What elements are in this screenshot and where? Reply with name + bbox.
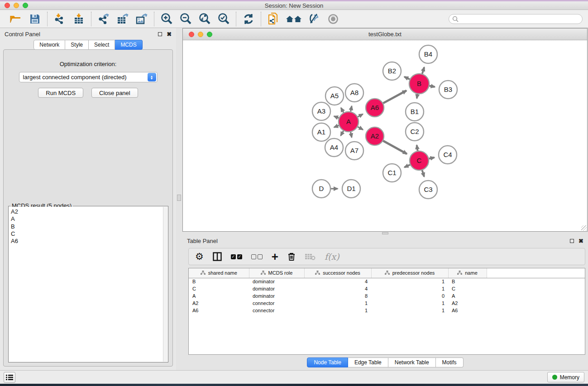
- cell-successor_nodes[interactable]: 1: [304, 300, 371, 307]
- network-canvas[interactable]: B4B2BB3B1A5A8A6A3AA1A2C2A4A7C4CC1C3DD1: [183, 40, 587, 231]
- zoom-out-button[interactable]: [178, 12, 193, 26]
- graph-node-A[interactable]: A: [339, 112, 359, 132]
- table-row-A[interactable]: Adominator80A: [189, 292, 585, 300]
- close-network-window-button[interactable]: [189, 32, 194, 37]
- edge-C-C4[interactable]: [429, 157, 435, 158]
- edge-A-A1[interactable]: [334, 125, 339, 127]
- zoom-fit-button[interactable]: [197, 12, 212, 26]
- column-header-successor-nodes[interactable]: successor nodes: [304, 268, 371, 278]
- zoom-window-button[interactable]: [23, 3, 28, 8]
- graph-node-A4[interactable]: A4: [325, 138, 343, 157]
- close-panel-button[interactable]: Close panel: [91, 88, 138, 98]
- tab-node-table[interactable]: Node Table: [307, 357, 348, 367]
- cell-name[interactable]: C: [448, 285, 487, 292]
- cell-predecessor_nodes[interactable]: 1: [371, 300, 448, 307]
- open-session-button[interactable]: [8, 12, 24, 26]
- optimization-criterion-dropdown[interactable]: largest connected component (directed) ▲…: [19, 72, 158, 82]
- cell-successor_nodes[interactable]: 4: [304, 285, 371, 292]
- save-session-button[interactable]: [27, 12, 43, 26]
- unselect-all-columns-icon[interactable]: [251, 254, 263, 259]
- cell-mcds_role[interactable]: connector: [249, 307, 304, 314]
- mcds-result-item[interactable]: C: [11, 230, 161, 238]
- delete-column-icon[interactable]: [287, 252, 296, 261]
- tab-network[interactable]: Network: [33, 40, 65, 50]
- minimize-network-window-button[interactable]: [198, 32, 203, 37]
- edge-C-C2[interactable]: [417, 145, 418, 151]
- tab-mcds[interactable]: MCDS: [115, 40, 142, 50]
- tab-style[interactable]: Style: [65, 40, 89, 50]
- edge-A-A7[interactable]: [351, 132, 352, 138]
- zoom-in-button[interactable]: [159, 12, 174, 26]
- cell-name[interactable]: A6: [448, 307, 487, 314]
- mcds-result-item[interactable]: A2: [11, 208, 161, 215]
- graph-node-A8[interactable]: A8: [345, 84, 363, 102]
- hide-labels-button[interactable]: [306, 12, 322, 26]
- search-input[interactable]: [449, 14, 583, 24]
- mcds-result-item[interactable]: B: [11, 223, 161, 230]
- clone-network-button[interactable]: [266, 12, 281, 26]
- refresh-layout-button[interactable]: [241, 12, 256, 26]
- mcds-result-item[interactable]: A6: [11, 238, 161, 245]
- column-header-MCDS-role[interactable]: MCDS role: [249, 268, 304, 278]
- edge-B-B4[interactable]: [422, 67, 424, 74]
- minimize-window-button[interactable]: [14, 3, 19, 8]
- cell-predecessor_nodes[interactable]: 1: [371, 278, 448, 285]
- graph-node-A5[interactable]: A5: [325, 87, 344, 105]
- graph-node-C1[interactable]: C1: [383, 164, 401, 182]
- cell-mcds_role[interactable]: connector: [249, 300, 304, 307]
- tab-network-table[interactable]: Network Table: [388, 357, 436, 367]
- cell-name[interactable]: A2: [448, 300, 487, 307]
- cell-successor_nodes[interactable]: 1: [304, 307, 371, 314]
- edge-B-B3[interactable]: [430, 86, 435, 87]
- table-row-A2[interactable]: A2connector11A2: [189, 300, 585, 307]
- column-header-name[interactable]: name: [448, 268, 487, 278]
- edge-A-A2[interactable]: [358, 127, 363, 129]
- graph-node-A3[interactable]: A3: [312, 102, 330, 120]
- edge-C-C1[interactable]: [404, 165, 410, 167]
- splitter-handle[interactable]: [382, 232, 388, 234]
- close-panel-icon[interactable]: ✖: [578, 238, 583, 244]
- table-row-C[interactable]: Cdominator41C: [189, 285, 585, 292]
- close-window-button[interactable]: [5, 3, 10, 8]
- graph-node-A7[interactable]: A7: [345, 142, 363, 160]
- edge-B-B2[interactable]: [404, 77, 410, 80]
- zoom-network-window-button[interactable]: [207, 32, 212, 37]
- cell-predecessor_nodes[interactable]: 1: [371, 307, 448, 314]
- edge-A-A5[interactable]: [341, 108, 344, 112]
- import-network-button[interactable]: [52, 12, 67, 26]
- function-builder-icon[interactable]: f(x): [325, 252, 339, 262]
- cell-shared_name[interactable]: A6: [189, 307, 249, 314]
- graph-node-D1[interactable]: D1: [342, 180, 360, 198]
- edge-C-C3[interactable]: [422, 170, 424, 176]
- edge-A-A4[interactable]: [341, 131, 344, 136]
- mcds-result-item[interactable]: A: [11, 215, 161, 223]
- close-panel-icon[interactable]: ✖: [167, 31, 172, 37]
- show-graphics-button[interactable]: [325, 12, 341, 26]
- add-column-icon[interactable]: +: [272, 252, 278, 261]
- graph-node-A6[interactable]: A6: [366, 99, 384, 117]
- edge-A-A8[interactable]: [351, 106, 352, 111]
- cell-shared_name[interactable]: A2: [189, 300, 249, 307]
- graph-node-B4[interactable]: B4: [419, 45, 437, 63]
- graph-node-C3[interactable]: C3: [419, 181, 437, 199]
- graph-node-B2[interactable]: B2: [383, 62, 401, 80]
- graph-node-B[interactable]: B: [409, 74, 429, 94]
- float-panel-icon[interactable]: [570, 239, 574, 243]
- mcds-result-scrollbar[interactable]: [163, 207, 167, 362]
- edge-A-A3[interactable]: [334, 116, 339, 118]
- column-header-shared-name[interactable]: shared name: [189, 268, 249, 278]
- cell-mcds_role[interactable]: dominator: [249, 285, 304, 292]
- edge-B-B1[interactable]: [417, 94, 418, 99]
- window-resize-grip[interactable]: [581, 225, 587, 231]
- run-mcds-button[interactable]: Run MCDS: [38, 88, 83, 98]
- cell-shared_name[interactable]: A: [189, 292, 249, 300]
- task-history-button[interactable]: [4, 372, 15, 383]
- graph-node-C2[interactable]: C2: [406, 123, 424, 141]
- graph-node-B1[interactable]: B1: [406, 103, 424, 121]
- cell-shared_name[interactable]: B: [189, 278, 249, 285]
- graph-node-D[interactable]: D: [312, 180, 330, 198]
- table-row-B[interactable]: Bdominator41B: [189, 278, 585, 285]
- float-panel-icon[interactable]: [158, 32, 162, 36]
- table-row-A6[interactable]: A6connector11A6: [189, 307, 585, 314]
- graph-node-C4[interactable]: C4: [439, 146, 457, 164]
